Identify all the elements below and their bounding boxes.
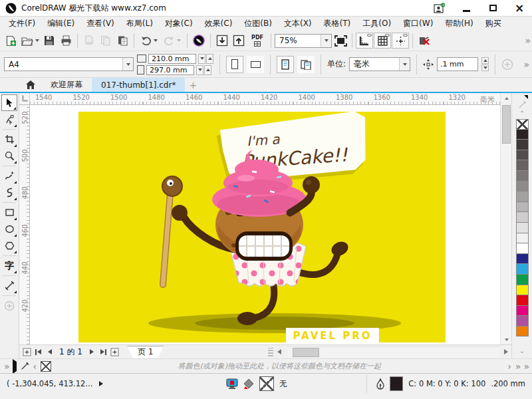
undo-button[interactable] — [138, 33, 160, 49]
scroll-down-button[interactable] — [501, 334, 512, 344]
toolbar-overflow-chevron[interactable]: » — [525, 35, 529, 46]
width-spin-up[interactable] — [206, 54, 213, 64]
vertical-scrollbar[interactable] — [500, 93, 511, 344]
color-swatch-magenta[interactable] — [516, 306, 529, 317]
nudge-spin-down[interactable] — [481, 65, 489, 71]
palette-scroll-up[interactable]: ⌃ — [519, 110, 525, 119]
v-ruler[interactable]: 520500480460440420 — [19, 105, 30, 344]
zoom-tool[interactable] — [1, 148, 17, 164]
color-swatch-no-color[interactable] — [516, 119, 529, 130]
menu-item-2[interactable]: 查看(V) — [80, 17, 120, 31]
toolbox-overflow-chevron[interactable]: » — [4, 361, 9, 372]
color-swatch-yellow[interactable] — [516, 285, 529, 296]
menu-item-7[interactable]: 文本(X) — [278, 17, 318, 31]
cut-button[interactable] — [81, 33, 97, 49]
portrait-button[interactable] — [226, 56, 243, 73]
ellipse-tool[interactable] — [1, 221, 17, 237]
color-swatch-orange[interactable] — [516, 327, 529, 337]
docpalette-scroll-left[interactable]: ‹ — [33, 361, 37, 372]
pick-tool[interactable] — [1, 94, 17, 111]
show-grid-toggle[interactable] — [374, 33, 391, 49]
last-page-button[interactable] — [98, 346, 109, 358]
fill-color-icon[interactable] — [243, 378, 254, 389]
menu-item-1[interactable]: 编辑(E) — [41, 17, 80, 31]
color-swatch-80-black[interactable] — [516, 150, 529, 161]
previous-page-button[interactable] — [44, 346, 55, 358]
docpalette-flyout-icon[interactable] — [13, 362, 17, 371]
units-combo[interactable]: 毫米 — [349, 57, 410, 71]
propbar-overflow-chevron[interactable]: » — [523, 59, 528, 70]
first-page-button[interactable] — [33, 346, 44, 358]
add-property-icon[interactable] — [501, 59, 513, 70]
dimension-tool[interactable] — [1, 277, 17, 294]
color-swatch-50-black[interactable] — [516, 182, 529, 192]
color-proof-icon[interactable] — [226, 378, 238, 389]
rectangle-tool[interactable] — [1, 204, 17, 221]
landscape-button[interactable] — [247, 56, 264, 73]
page-tab-1[interactable]: 页 1 — [127, 346, 164, 358]
artwork-page[interactable]: I'm a PunkCake!! — [78, 112, 446, 342]
width-spin-down[interactable] — [198, 54, 205, 64]
height-spin-up[interactable] — [204, 65, 211, 75]
palette-flyout-icon[interactable] — [524, 95, 528, 99]
color-swatch-blue[interactable] — [516, 254, 529, 265]
color-swatch-purple[interactable] — [516, 316, 529, 327]
current-page-settings-button[interactable] — [277, 56, 294, 73]
menu-item-5[interactable]: 效果(C) — [199, 17, 239, 31]
scroll-left-button[interactable] — [273, 346, 285, 358]
artistic-media-tool[interactable] — [1, 184, 17, 201]
docpalette-eyedropper-icon[interactable] — [21, 362, 29, 370]
vertical-scroll-thumb[interactable] — [502, 105, 511, 144]
color-swatch-20-black[interactable] — [516, 212, 529, 223]
color-swatch-30-black[interactable] — [516, 202, 529, 213]
save-button[interactable] — [41, 33, 57, 49]
open-button[interactable] — [19, 33, 41, 49]
color-swatch-40-black[interactable] — [516, 192, 529, 202]
outline-none-swatch[interactable] — [259, 376, 274, 391]
page-size-dropdown[interactable] — [122, 58, 133, 70]
height-spin-down[interactable] — [196, 65, 203, 75]
ruler-origin-corner[interactable] — [19, 93, 30, 105]
menu-item-12[interactable]: 购买 — [479, 17, 507, 31]
polygon-tool[interactable] — [1, 237, 17, 254]
open-dropdown-icon[interactable] — [35, 39, 39, 42]
color-swatch-5-black[interactable] — [516, 233, 529, 244]
color-swatch-70-black[interactable] — [516, 160, 529, 171]
show-guidelines-toggle[interactable] — [392, 33, 409, 49]
palette-scroll-down[interactable]: ⌄ — [519, 348, 525, 356]
print-button[interactable] — [58, 33, 74, 49]
zoom-level-combo[interactable]: 75% — [275, 34, 332, 48]
tab-welcome-screen[interactable]: 欢迎屏幕 — [41, 78, 92, 92]
redo-button[interactable] — [161, 33, 184, 49]
minimize-button[interactable] — [459, 2, 473, 14]
page-height-field[interactable]: 297.0 mm — [146, 65, 194, 75]
close-button[interactable]: × — [512, 2, 527, 14]
nudge-field[interactable]: .1 mm — [437, 57, 478, 71]
import-button[interactable] — [214, 33, 230, 49]
next-page-button[interactable] — [86, 346, 98, 358]
palette-overflow-chevron[interactable]: » — [523, 361, 528, 372]
menu-item-3[interactable]: 布局(L) — [120, 17, 159, 31]
all-pages-settings-button[interactable] — [297, 56, 315, 73]
outline-color-swatch[interactable] — [390, 376, 403, 391]
add-page-start-button[interactable] — [21, 346, 33, 358]
horizontal-scroll-thumb[interactable] — [293, 348, 319, 357]
page-size-combo[interactable]: A4 — [4, 57, 134, 71]
scroll-up-button[interactable] — [501, 93, 512, 103]
zoom-dropdown-button[interactable] — [321, 35, 331, 47]
nudge-spin-up[interactable] — [481, 57, 489, 64]
color-swatch-10-black[interactable] — [516, 223, 529, 233]
color-swatch-60-black[interactable] — [516, 171, 529, 182]
account-icon[interactable] — [432, 2, 447, 14]
color-swatch-black[interactable] — [516, 130, 529, 140]
docpalette-overflow-chevron[interactable]: » — [515, 361, 520, 372]
undo-dropdown-icon[interactable] — [154, 39, 158, 42]
export-button[interactable] — [231, 33, 247, 49]
color-swatch-cyan[interactable] — [516, 264, 529, 275]
snap-off-button[interactable] — [416, 33, 432, 49]
copy-button[interactable] — [98, 33, 114, 49]
scroll-right-button[interactable] — [500, 346, 511, 358]
fullscreen-preview-button[interactable] — [332, 33, 348, 49]
horizontal-scrollbar[interactable] — [287, 346, 500, 358]
docpalette-no-color-swatch[interactable] — [41, 361, 51, 372]
